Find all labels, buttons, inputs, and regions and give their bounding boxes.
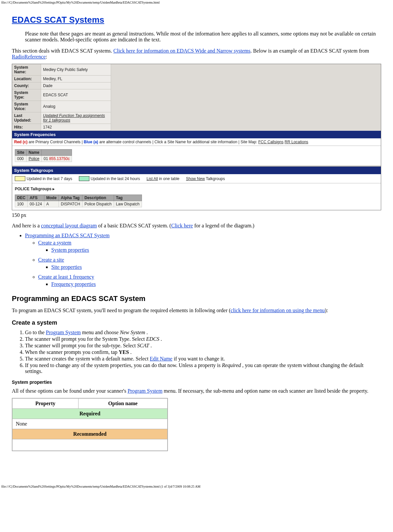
- legend-blue-post: are alternate control channels | Click a…: [98, 140, 258, 144]
- value-county: Dade: [41, 82, 111, 89]
- col-dec: DEC: [15, 195, 28, 201]
- create-system-steps: Go to the Program System menu and choose…: [12, 330, 381, 374]
- show-new-post: Talkgroups: [205, 176, 225, 181]
- col-description: Description: [82, 195, 114, 201]
- system-talkgroups-header: System Talkgroups: [12, 167, 381, 174]
- menu-info-link[interactable]: click here for information on using the …: [231, 308, 325, 313]
- diagram-legend-link[interactable]: Click here: [171, 223, 193, 228]
- step-3-em: SCAT: [137, 343, 149, 348]
- layout-diagram-link[interactable]: conceptual layout diagram: [41, 223, 97, 228]
- edacs-wide-narrow-link[interactable]: Click here for information on EDACS Wide…: [113, 48, 250, 54]
- freq-legend: Red (c) are Primary Control Channels | B…: [12, 138, 381, 146]
- row-recommended: Recommended: [12, 429, 168, 439]
- site-name-link[interactable]: Police: [29, 156, 39, 161]
- sysprops-pre: All of these options can be found under …: [12, 388, 127, 394]
- toc-site-properties[interactable]: Site properties: [51, 264, 82, 270]
- value-system-name: Medley City Public Safety: [41, 64, 111, 76]
- tg-mode: A: [44, 201, 58, 207]
- image-caption: 150 px: [12, 212, 381, 218]
- table-of-contents: Programming an EDACS SCAT System Create …: [12, 233, 381, 287]
- toc-create-site[interactable]: Create a site: [38, 257, 64, 263]
- rr-locations-link[interactable]: RR Locations: [285, 140, 308, 144]
- tg-tag: Law Dispatch: [114, 201, 142, 207]
- toc-frequency-properties[interactable]: Frequency properties: [51, 281, 96, 287]
- value-hits: 1742: [41, 124, 111, 131]
- label-location: Location:: [12, 76, 41, 82]
- site-freq-cell: 01 855.13750c: [41, 156, 72, 162]
- tg-alpha: DISPATCH: [59, 201, 82, 207]
- toc-programming[interactable]: Programming an EDACS SCAT System: [25, 233, 110, 238]
- heading-programming: Programming an EDACS SCAT System: [12, 294, 381, 303]
- col-mode: Mode: [44, 195, 58, 201]
- fcc-callsigns-link[interactable]: FCC Callsigns: [258, 140, 284, 144]
- sysprops-post: menu. If necessary, the sub-menu and opt…: [162, 388, 368, 394]
- label-county: County:: [12, 82, 41, 89]
- step-4-bold: YES: [119, 349, 129, 355]
- intro-post: :: [46, 54, 47, 59]
- label-7days: Updated in the last 7 days: [27, 176, 72, 181]
- col-afs: AFS: [28, 195, 44, 201]
- list-all-link[interactable]: List All: [147, 176, 158, 181]
- system-frequencies-header: System Frequencies: [12, 131, 381, 138]
- toc-system-properties[interactable]: System properties: [51, 247, 89, 253]
- step-6: If you need to change any of the system …: [25, 362, 381, 374]
- step-3: The scanner will prompt you for the sub-…: [25, 343, 381, 349]
- note-paragraph: Please note that these pages are meant a…: [25, 31, 381, 43]
- step-4: When the scanner prompts you confirm, ta…: [25, 349, 381, 355]
- row-none: None: [12, 419, 168, 429]
- step-1: Go to the Program System menu and choose…: [25, 330, 381, 335]
- toc-create-system[interactable]: Create a system: [38, 240, 71, 245]
- example-screenshot: System Name:Medley City Public Safety Lo…: [12, 64, 381, 210]
- diagram-pre: And here is a: [12, 223, 41, 228]
- label-system-name: System Name:: [12, 64, 41, 76]
- row-empty: [12, 439, 168, 451]
- properties-table: Property Option name Required None Recom…: [12, 398, 168, 451]
- label-24h: Updated in the last 24 hours: [91, 176, 140, 181]
- page-title: EDACS SCAT Systems: [12, 15, 381, 25]
- col-name: Name: [27, 150, 42, 156]
- intro-mid: . Below is an example of an EDACS SCAT s…: [250, 48, 369, 54]
- col-option-name: Option name: [79, 398, 168, 409]
- talkgroup-row: 100 00-124 A DISPATCH Police Dispatch La…: [15, 201, 142, 207]
- program-system-link[interactable]: Program System: [46, 330, 81, 335]
- legend-red-post: are Primary Control Channels |: [28, 140, 84, 144]
- label-last-updated: Last Updated:: [12, 112, 41, 124]
- row-required: Required: [12, 409, 168, 419]
- col-freq: [41, 150, 72, 156]
- tg-desc: Police Dispatch: [82, 201, 114, 207]
- program-pre: To program an EDACS SCAT system, you'll …: [12, 308, 231, 313]
- intro-paragraph: This section deals with EDACS SCAT syste…: [12, 48, 381, 60]
- file-path-bottom: file:///C|/Documents%20and%20Settings/PO…: [0, 484, 393, 489]
- legend-blue: Blue (a): [84, 140, 98, 144]
- swatch-7days-icon: [15, 176, 25, 181]
- list-all-post: in one table: [158, 176, 179, 181]
- label-hits: Hits:: [12, 124, 41, 131]
- diagram-paragraph: And here is a conceptual layout diagram …: [12, 223, 381, 229]
- step-5: The scanner creates the system with a de…: [25, 356, 381, 362]
- toc-create-frequency[interactable]: Create at least 1 frequency: [38, 274, 94, 280]
- diagram-post: for a legend of the diagram.): [193, 223, 254, 228]
- value-system-voice: Analog: [41, 101, 111, 112]
- step-2-em: EDCS: [146, 336, 159, 342]
- diagram-mid: of a basic EDACS SCAT system. (: [97, 223, 171, 228]
- heading-create-system: Create a system: [12, 319, 381, 326]
- program-system-link-2[interactable]: Program System: [127, 388, 162, 394]
- radioreference-link[interactable]: RadioReference: [12, 54, 46, 59]
- tg-afs: 00-124: [28, 201, 44, 207]
- col-alphatag: Alpha Tag: [59, 195, 82, 201]
- file-path-top: file:///C|/Documents%20and%20Settings/PO…: [0, 0, 393, 5]
- step-6-em: Required: [222, 362, 241, 368]
- step-2: The scanner will prompt you for the Syst…: [25, 336, 381, 342]
- col-tag: Tag: [114, 195, 142, 201]
- legend-red: Red (c): [14, 140, 28, 144]
- heading-system-properties: System properties: [12, 380, 381, 385]
- sysprops-paragraph: All of these options can be found under …: [12, 388, 381, 394]
- site-freq: 855.13750c: [49, 156, 70, 161]
- site-table: Site Name 000 Police 01 855.13750c: [15, 149, 72, 162]
- tg-dec: 100: [15, 201, 28, 207]
- edit-name-link[interactable]: Edit Name: [150, 356, 173, 361]
- swatch-24h-icon: [79, 176, 89, 181]
- site-id: 000: [15, 156, 27, 162]
- col-property: Property: [12, 398, 79, 409]
- show-new-link[interactable]: Show New: [186, 176, 205, 181]
